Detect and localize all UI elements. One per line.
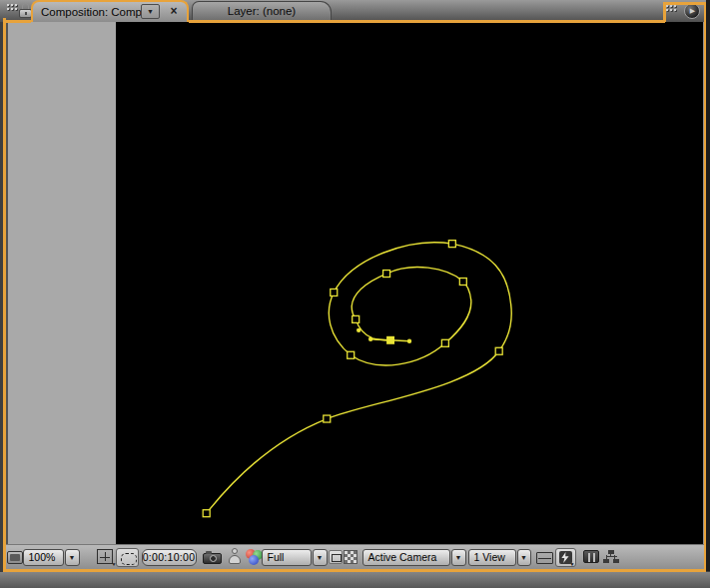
chevron-down-icon: ▼ <box>69 554 76 561</box>
view-3d-value: Active Camera <box>368 551 437 563</box>
flowchart-link <box>606 556 617 557</box>
camera-lens <box>210 555 217 562</box>
keyframe-marker[interactable] <box>441 339 448 346</box>
keyframe-marker[interactable] <box>383 271 390 278</box>
tab-layer-label: Layer: (none) <box>228 5 296 17</box>
person-head <box>232 548 238 554</box>
view-layout-dropdown-button[interactable]: ▼ <box>517 549 531 566</box>
timeline-icon[interactable] <box>583 550 599 563</box>
chevron-down-icon: ▼ <box>147 8 154 15</box>
blue-channel-dot <box>249 555 259 565</box>
chevron-down-icon: ▼ <box>455 554 462 561</box>
viewer-toolbar: 100% ▼ ▼ 0:00:10:00 ▼ Full ▼ Active Came… <box>6 544 704 570</box>
panel-grip-dots[interactable] <box>666 5 679 14</box>
magnification-value: 100% <box>29 551 56 563</box>
flowchart-node <box>608 550 614 554</box>
always-preview-monitor-icon[interactable] <box>7 551 23 564</box>
composition-panel: Composition: Comp 1 ▼ × Layer: (none) ▶ … <box>0 0 710 588</box>
flowchart-icon[interactable] <box>603 550 619 564</box>
bezier-handle-dot[interactable] <box>407 339 411 343</box>
flowchart-node <box>603 559 609 563</box>
active-panel-highlight <box>3 20 31 23</box>
active-panel-highlight <box>663 2 666 22</box>
resolution-value: Full <box>268 551 285 563</box>
snapshot-camera-icon[interactable] <box>203 550 222 565</box>
keyframe-marker[interactable] <box>203 510 210 517</box>
person-torso <box>229 555 241 564</box>
selected-keyframe-marker[interactable] <box>386 336 394 344</box>
tab-layer[interactable]: Layer: (none) <box>192 1 332 20</box>
tab-composition-label: Composition: Comp 1 <box>33 6 152 18</box>
region-of-interest-icon[interactable] <box>329 550 343 564</box>
active-panel-highlight <box>663 2 706 5</box>
view-3d-dropdown-button[interactable]: ▼ <box>451 549 466 566</box>
bezier-handle-dot[interactable] <box>356 328 360 332</box>
magnification-field[interactable]: 100% <box>23 549 64 566</box>
resolution-field[interactable]: Full <box>262 549 312 566</box>
view-layout-field[interactable]: 1 View <box>468 549 516 566</box>
tab-close-icon[interactable]: × <box>166 3 182 19</box>
motion-path[interactable] <box>116 22 702 544</box>
keyframe-marker[interactable] <box>448 241 455 248</box>
flowchart-node <box>613 559 619 563</box>
chevron-down-icon: ▼ <box>570 561 575 567</box>
keyframe-marker[interactable] <box>495 347 502 354</box>
current-time-button[interactable]: 0:00:10:00 <box>142 549 197 566</box>
keyframe-marker[interactable] <box>353 315 359 322</box>
keyframe-marker[interactable] <box>348 351 355 358</box>
fast-previews-button[interactable]: ▼ <box>555 548 576 567</box>
adjacent-panel-edge <box>706 0 710 571</box>
pasteboard <box>6 22 117 544</box>
resolution-dropdown-button[interactable]: ▼ <box>313 549 328 566</box>
keyframe-marker[interactable] <box>331 289 338 295</box>
panel-menu-arrow-icon: ▶ <box>690 7 695 14</box>
keyframe-marker[interactable] <box>324 415 331 422</box>
active-panel-highlight <box>189 20 665 23</box>
tab-viewer-dropdown[interactable]: ▼ <box>141 4 160 19</box>
timecode-value: 0:00:10:00 <box>143 551 196 563</box>
magnification-dropdown-button[interactable]: ▼ <box>65 549 80 566</box>
view-3d-field[interactable]: Active Camera <box>362 549 450 566</box>
bezier-handle-dot[interactable] <box>368 337 372 341</box>
panel-menu-button[interactable]: ▶ <box>684 3 700 19</box>
tab-composition[interactable]: Composition: Comp 1 ▼ × <box>31 0 189 22</box>
show-snapshot-person-icon[interactable] <box>228 548 242 565</box>
panel-tab-bar: Composition: Comp 1 ▼ × Layer: (none) ▶ <box>0 0 710 22</box>
mask-visibility-icon[interactable] <box>116 548 139 567</box>
active-panel-highlight <box>3 18 6 571</box>
view-layout-value: 1 View <box>474 551 505 563</box>
flowchart-link <box>610 553 611 557</box>
pixel-aspect-icon[interactable] <box>536 552 553 564</box>
transparency-grid-icon[interactable] <box>344 550 357 564</box>
camera-top <box>206 551 212 554</box>
grid-guides-icon[interactable]: ▼ <box>97 549 113 564</box>
chevron-down-icon: ▼ <box>520 554 527 561</box>
adjacent-panel-edge <box>0 572 710 588</box>
composition-viewport[interactable] <box>116 22 704 544</box>
keyframe-marker[interactable] <box>459 279 466 286</box>
chevron-down-icon: ▼ <box>317 554 324 561</box>
lock-keyhole <box>25 12 27 15</box>
